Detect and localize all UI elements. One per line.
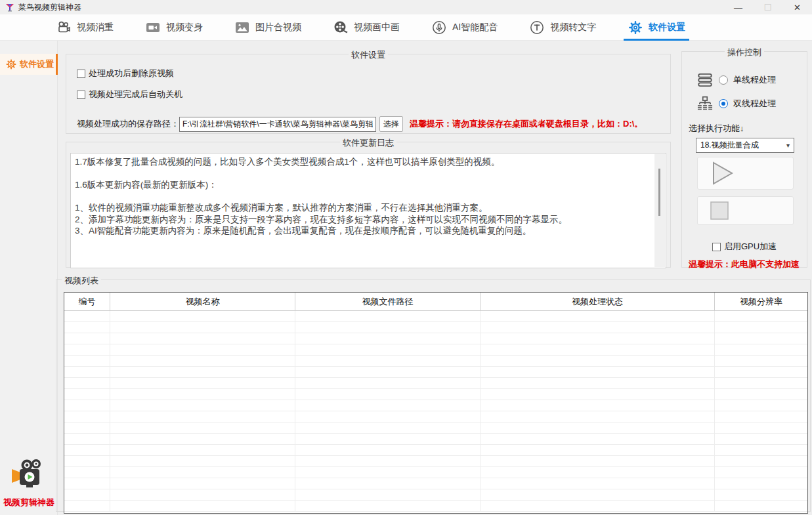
table-cell (481, 367, 715, 377)
save-path-row: 视频处理成功的保存路径： 选择 温馨提示：请勿直接保存在桌面或者硬盘根目录，比如… (77, 116, 643, 132)
save-path-input[interactable] (179, 117, 376, 132)
table-cell (295, 422, 481, 433)
table-row (64, 367, 807, 378)
tab-video-to-text[interactable]: 视频转文字 (529, 14, 596, 41)
table-cell (715, 378, 807, 388)
tab-software-settings[interactable]: 软件设置 (628, 14, 685, 41)
table-cell (64, 411, 110, 422)
table-row (64, 422, 807, 434)
table-row (64, 400, 807, 411)
maximize-button[interactable]: ☐ (753, 0, 782, 14)
auto-shutdown-checkbox-row[interactable]: 视频处理完成后自动关机 (77, 89, 182, 100)
table-cell (64, 333, 110, 344)
table-cell (64, 389, 110, 400)
radio-icon[interactable] (719, 99, 728, 108)
table-cell (715, 422, 807, 433)
radio-label: 单线程处理 (733, 74, 776, 86)
table-cell (64, 378, 110, 388)
function-select[interactable]: 18.视频批量合成 ▾ (696, 138, 794, 153)
tab-video-dedupe[interactable]: 视频消重 (56, 14, 114, 41)
gpu-accel-checkbox-row[interactable]: 启用GPU加速 (712, 241, 777, 253)
table-cell (715, 445, 807, 455)
table-cell (481, 478, 715, 489)
settings-groupbox: 软件设置 处理成功后删除原视频 视频处理完成后自动关机 视频处理成功的保存路径：… (66, 54, 671, 134)
table-row (64, 445, 807, 456)
double-thread-radio-row[interactable]: 双线程处理 (696, 95, 776, 112)
tree-hierarchy-icon (696, 95, 714, 112)
close-button[interactable]: ✕ (782, 0, 812, 14)
table-cell (110, 378, 295, 388)
column-header[interactable]: 视频文件路径 (295, 293, 481, 311)
movie-camera-icon (56, 20, 72, 35)
table-cell (110, 389, 295, 400)
table-cell (64, 501, 110, 511)
settings-group-title: 软件设置 (349, 49, 388, 61)
checkbox-icon[interactable] (77, 91, 85, 99)
table-cell (64, 456, 110, 466)
table-cell (295, 367, 481, 377)
column-header[interactable]: 视频处理状态 (481, 293, 715, 311)
table-cell (481, 422, 715, 433)
choose-path-button[interactable]: 选择 (379, 116, 403, 132)
delete-original-checkbox-row[interactable]: 处理成功后删除原视频 (77, 68, 174, 79)
title-bar: 菜鸟视频剪辑神器 — ☐ ✕ (0, 0, 812, 14)
table-cell (110, 456, 295, 466)
window-title: 菜鸟视频剪辑神器 (18, 2, 81, 13)
checkbox-icon[interactable] (77, 70, 85, 78)
table-cell (64, 322, 110, 333)
tab-image-to-video[interactable]: 图片合视频 (234, 14, 301, 41)
column-header[interactable]: 视频名称 (110, 293, 295, 311)
table-cell (64, 467, 110, 478)
column-header[interactable]: 编号 (64, 293, 110, 311)
table-row (64, 501, 807, 512)
table-cell (481, 456, 715, 466)
table-cell (715, 311, 807, 321)
tab-label: AI智能配音 (452, 22, 498, 33)
tab-video-transform[interactable]: 视频变身 (145, 14, 203, 41)
table-cell (715, 456, 807, 466)
checkbox-icon[interactable] (712, 243, 721, 251)
scrollbar-thumb[interactable] (658, 169, 660, 216)
changelog-text: 1.7版本修复了批量合成视频的问题，比如导入多个美女类型视频合成1个，这样也可以… (75, 156, 651, 268)
video-table[interactable]: 编号视频名称视频文件路径视频处理状态视频分辨率 (64, 292, 808, 514)
save-path-warning: 温馨提示：请勿直接保存在桌面或者硬盘根目录，比如：D:\。 (410, 118, 643, 130)
table-row (64, 456, 807, 467)
changelog-scrollbar[interactable] (654, 154, 665, 267)
table-cell (295, 322, 481, 333)
radio-icon[interactable] (719, 75, 728, 85)
sidebar-item-software-settings[interactable]: 软件设置 (0, 54, 58, 75)
sidebar: 软件设置 视频剪辑神器 (0, 41, 58, 515)
checkbox-label: 处理成功后删除原视频 (89, 68, 174, 79)
tab-ai-voice[interactable]: AI智能配音 (431, 14, 498, 41)
table-cell (295, 467, 481, 478)
stop-button[interactable] (697, 196, 794, 225)
table-cell (110, 478, 295, 489)
single-thread-radio-row[interactable]: 单线程处理 (696, 72, 776, 89)
table-cell (110, 333, 295, 344)
table-cell (110, 434, 295, 444)
table-cell (715, 322, 807, 333)
table-cell (481, 411, 715, 422)
table-cell (110, 501, 295, 511)
table-cell (715, 356, 807, 366)
app-logo-icon (5, 3, 14, 12)
table-cell (110, 367, 295, 377)
function-select-value: 18.视频批量合成 (700, 140, 759, 151)
column-header[interactable]: 视频分辨率 (715, 293, 807, 311)
table-cell (715, 501, 807, 511)
changelog-textarea[interactable]: 1.7版本修复了批量合成视频的问题，比如导入多个美女类型视频合成1个，这样也可以… (70, 153, 666, 268)
picture-icon (234, 20, 250, 35)
app-window: 菜鸟视频剪辑神器 — ☐ ✕ 视频消重 视频变身 (0, 0, 812, 515)
table-row (64, 344, 807, 356)
table-cell (64, 344, 110, 355)
video-list-groupbox: 视频列表 编号视频名称视频文件路径视频处理状态视频分辨率 (56, 279, 811, 512)
minimize-button[interactable]: — (723, 0, 753, 14)
table-cell (715, 478, 807, 489)
stop-icon (708, 199, 731, 222)
list-stack-icon (696, 72, 714, 89)
table-cell (295, 434, 481, 444)
start-button[interactable] (697, 157, 794, 190)
tab-picture-in-picture[interactable]: 视频画中画 (333, 14, 400, 41)
tab-label: 视频消重 (77, 22, 114, 33)
table-cell (110, 445, 295, 455)
